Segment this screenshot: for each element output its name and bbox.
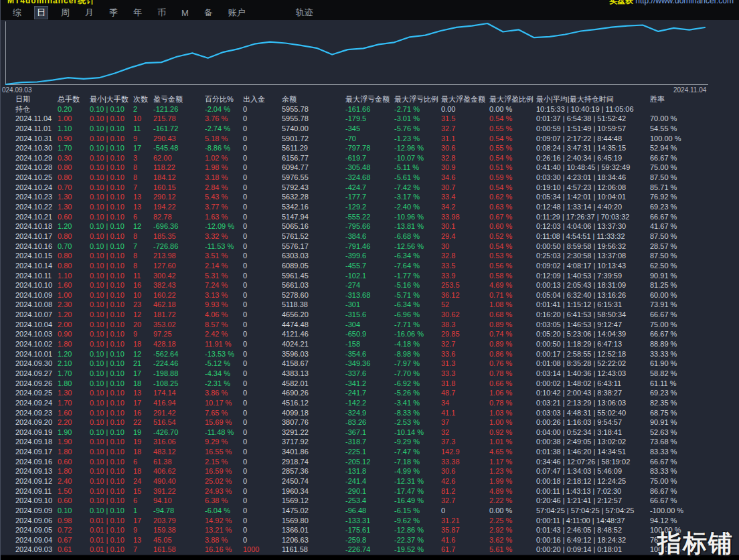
cell-holdtimes: 0:09:07 | 2:17:22 | 8:44:48 (536, 134, 650, 144)
menu-tab-M[interactable]: M (179, 7, 191, 19)
cell-maxfloatprofitpct: 4.65 % (489, 447, 536, 457)
cell-pct: -11.53 % (205, 242, 243, 252)
cell-count: 7 (133, 242, 153, 252)
cell-pnl: 194.22 (153, 202, 205, 212)
col-header-pnl: 盈亏金额 (153, 94, 205, 104)
table-row: 2024.09.160.600.10 | 0.10661.382.15 %029… (1, 457, 739, 467)
cell-winrate: 100.00 % (650, 134, 739, 144)
app-window: MT4dominancer统计 实盘获 http://www.dominance… (0, 0, 739, 560)
cell-balance: 1206.63 (282, 535, 345, 545)
table-row: 2024.10.310.900.10 | 0.109290.435.18 %05… (1, 134, 739, 144)
menu-tab-季[interactable]: 季 (106, 6, 120, 19)
cell-pnl: 203.79 (153, 516, 205, 526)
chart-end-date: 2024.11.04 (673, 86, 707, 94)
cell-balance: 5576.17 (282, 242, 345, 252)
cell-balance: 5342.16 (282, 202, 345, 212)
cell-balance: 4516.12 (282, 398, 345, 408)
cell-holdtimes: 0:10:42 | 2:00:43 | 8:38:27 (536, 388, 650, 398)
cell-winrate: 28.57 % (650, 242, 739, 252)
table-row: 2024.09.241.700.10 | 0.1017416.9410.17 %… (1, 398, 739, 408)
cell-maxfloatlosspct: -10.07 % (394, 153, 441, 163)
table-row: 2024.09.191.900.10 | 0.1019-426.70-11.48… (1, 428, 739, 438)
menu-tab-月[interactable]: 月 (82, 6, 96, 19)
table-row: 2024.09.202.200.10 | 0.1022516.5415.69 %… (1, 417, 739, 428)
cell-inout: 0 (243, 202, 282, 212)
menu-tab-轨迹[interactable]: 轨迹 (293, 6, 316, 19)
cell-maxfloatprofit: 32.7 (441, 124, 489, 134)
cell-minmax: 0.10 | 0.10 (90, 339, 133, 349)
watermark-link[interactable]: http://www.dominancer.com (635, 0, 734, 5)
cell-inout: 0 (243, 104, 282, 114)
cell-maxfloatlosspct: -5.76 % (394, 124, 441, 134)
cell-count: 9 (133, 329, 153, 339)
cell-winrate: 41.67 % (650, 221, 739, 231)
cell-winrate: 73.91 % (650, 300, 739, 310)
cell-pct: 2.42 % (205, 329, 243, 339)
cell-inout: 0 (243, 183, 282, 193)
menu-tab-综[interactable]: 综 (10, 6, 24, 19)
cell-holdtimes: 0:05:20 | 5:23:06 | 14:04:39 (536, 329, 650, 339)
cell-holdtimes: 0:00:38 | 2:49:05 | 13:02:02 (536, 437, 650, 447)
cell-date: 2024.10.01 (15, 349, 58, 359)
menu-tab-币[interactable]: 币 (155, 6, 169, 19)
cell-inout: 0 (243, 398, 282, 408)
cell-lots: 1.20 (58, 349, 90, 359)
cell-inout: 0 (243, 310, 282, 320)
menu-tab-日[interactable]: 日 (34, 6, 48, 19)
cell-inout: 0 (243, 496, 282, 506)
cell-winrate: 90.91 % (650, 417, 739, 428)
cell-maxfloatprofit: 81.2 (441, 486, 489, 496)
cell-balance: 6089.05 (282, 261, 345, 271)
cell-maxfloatlosspct: -16.06 % (394, 329, 441, 339)
menu-tab-周[interactable]: 周 (58, 6, 72, 19)
cell-date: 2024.09.17 (15, 447, 58, 457)
cell-minmax: 0.10 | 0.10 (90, 506, 133, 516)
cell-winrate: 85.71 % (650, 183, 739, 193)
cell-pct: 24.93 % (205, 486, 243, 496)
cell-minmax: 0.10 | 0.10 (90, 153, 133, 163)
cell-date: 2024.09.04 (15, 535, 58, 545)
col-header-count: 次数 (133, 94, 153, 104)
cell-maxfloatprofitpct: 0.54 % (489, 153, 536, 163)
cell-lots: 0.60 (58, 457, 90, 467)
cell-balance: 5955.78 (282, 114, 345, 124)
cell-maxfloatprofit: 0 (441, 506, 489, 516)
cell-inout: 0 (243, 379, 282, 389)
cell-pct: 7.24 % (205, 280, 243, 290)
cell-pnl: -545.48 (153, 143, 205, 153)
cell-pnl: 300.42 (153, 271, 205, 281)
cell-lots: 0.90 (58, 134, 90, 144)
cell-balance: 4099.18 (282, 408, 345, 418)
cell-maxfloatlosspct: -5.61 % (394, 173, 441, 183)
cell-maxfloatlosspct: -22.37 % (394, 535, 441, 545)
equity-curve-svg: 024.09.03 2024.11.04 (1, 20, 739, 94)
cell-balance: 1960.34 (282, 486, 345, 496)
cell-maxfloatprofit: 34.2 (441, 202, 489, 212)
cell-balance: 5761.52 (282, 231, 345, 242)
menu-tab-备[interactable]: 备 (201, 6, 216, 19)
cell-maxfloatloss: -795.66 (345, 221, 394, 231)
cell-winrate: 73.68 % (650, 437, 739, 447)
cell-winrate: 58.82 % (650, 369, 739, 379)
cell-maxfloatloss: -131.8 (345, 466, 394, 476)
cell-maxfloatprofit: 34.6 (441, 173, 489, 183)
cell-maxfloatloss: -455.7 (345, 261, 394, 271)
table-row: 2024.10.030.900.10 | 0.10997.252.42 %041… (1, 329, 739, 339)
cell-date: 2024.09.27 (15, 369, 58, 379)
cell-maxfloatprofitpct: 2.22 % (489, 496, 536, 506)
menu-tab-年[interactable]: 年 (131, 6, 145, 19)
cell-maxfloatloss: -354.6 (345, 349, 394, 359)
cell-count: 18 (133, 447, 153, 457)
cell-pnl: 181.72 (153, 310, 205, 320)
cell-minmax: 0.10 | 0.10 (90, 271, 133, 281)
menu-tab-账户[interactable]: 账户 (226, 6, 248, 19)
cell-balance: 2857.36 (282, 466, 345, 476)
cell-maxfloatprofitpct: 1.99 % (489, 476, 536, 486)
cell-maxfloatlosspct: -19.52 % (394, 545, 441, 555)
cell-maxfloatprofitpct: 0.55 % (489, 143, 536, 153)
cell-inout: 0 (243, 437, 282, 447)
cell-pnl: 82.78 (153, 212, 205, 222)
cell-maxfloatlosspct: -6.34 % (394, 251, 441, 261)
cell-minmax: 0.10 | 0.10 (90, 261, 133, 271)
cell-maxfloatprofit: 31.21 (441, 516, 489, 526)
